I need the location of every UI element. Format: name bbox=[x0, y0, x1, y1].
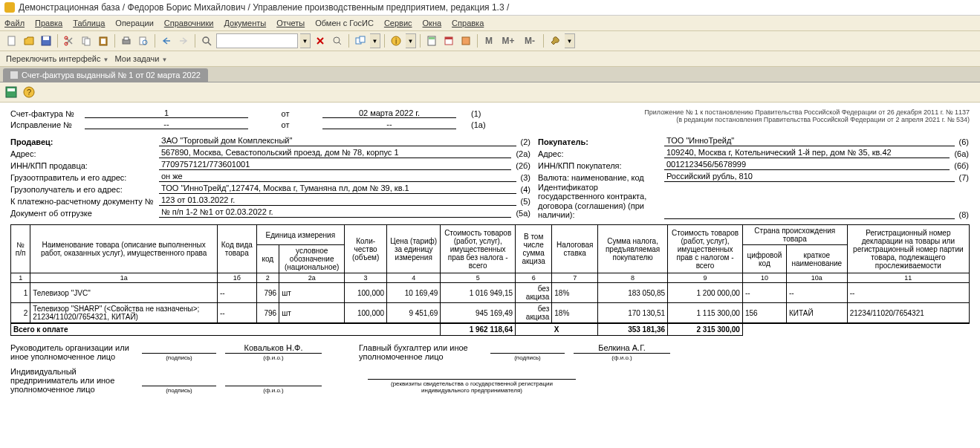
calendar-icon[interactable] bbox=[441, 33, 456, 48]
copy-icon[interactable] bbox=[79, 33, 94, 48]
svg-rect-29 bbox=[7, 88, 15, 91]
total-label: Всего к оплате bbox=[11, 323, 441, 336]
th-unit-code: код bbox=[256, 245, 279, 273]
clear-icon[interactable] bbox=[313, 33, 328, 48]
table-cell: 21234/11020/7654321 bbox=[847, 303, 969, 324]
table-cell: 18% bbox=[552, 303, 598, 324]
windows-dropdown-icon[interactable]: ▼ bbox=[370, 33, 380, 48]
menu-bar: Файл Правка Таблица Операции Справочники… bbox=[0, 16, 980, 31]
wrench-icon[interactable] bbox=[548, 33, 562, 48]
title-bar: Демонстрационная база / Федоров Борис Ми… bbox=[0, 0, 980, 16]
search-input[interactable] bbox=[216, 33, 298, 48]
th-colnum: 7 bbox=[552, 273, 598, 283]
find-next-icon[interactable] bbox=[330, 33, 345, 48]
document-tab-icon bbox=[10, 71, 18, 79]
table-cell: -- bbox=[847, 283, 969, 303]
menu-service[interactable]: Сервис bbox=[384, 19, 412, 27]
num-1a: (1а) bbox=[471, 120, 486, 129]
menu-gosis[interactable]: Обмен с ГосИС bbox=[315, 19, 374, 27]
search-dropdown-icon[interactable]: ▼ bbox=[300, 33, 311, 48]
info-num: (6) bbox=[959, 137, 969, 146]
redo-icon[interactable] bbox=[176, 33, 191, 48]
print-icon[interactable] bbox=[119, 33, 134, 48]
info-label: ИНН/КПП продавца: bbox=[10, 161, 159, 170]
info-label: Грузополучатель и его адрес: bbox=[10, 185, 159, 194]
calc-icon[interactable] bbox=[424, 33, 439, 48]
th-country-code: цифровой код bbox=[742, 245, 786, 273]
info-value: 0012123456/5678999 bbox=[664, 160, 950, 170]
th-unit-group: Единица измерения bbox=[256, 225, 345, 245]
head-sig-label: Руководитель организации или иное уполно… bbox=[10, 343, 133, 361]
new-icon[interactable] bbox=[4, 33, 19, 48]
document-tab[interactable]: Счет-фактура выданный № 1 от 02 марта 20… bbox=[3, 68, 208, 82]
windows-icon[interactable] bbox=[353, 33, 368, 48]
table-cell: без акциза bbox=[516, 283, 552, 303]
undo-icon[interactable] bbox=[159, 33, 174, 48]
th-reg: Регистрационный номер декларации на това… bbox=[847, 225, 969, 273]
document-content: Счет-фактура № 1 от 02 марта 2022 г. (1)… bbox=[0, 103, 980, 400]
my-tasks-link[interactable]: Мои задачи ▼ bbox=[115, 54, 168, 63]
items-table: № п/п Наименование товара (описание выпо… bbox=[10, 224, 970, 336]
table-cell: КИТАЙ bbox=[787, 303, 848, 324]
th-colnum: 2а bbox=[279, 273, 345, 283]
memory-mminus-button[interactable]: M- bbox=[520, 33, 539, 48]
menu-catalogs[interactable]: Справочники bbox=[164, 19, 214, 27]
paste-icon[interactable] bbox=[96, 33, 111, 48]
info-label: Адрес: bbox=[10, 149, 159, 158]
table-cell: 1 115 300,00 bbox=[668, 303, 743, 324]
ip-rekv-line bbox=[368, 369, 576, 380]
th-colnum: 4 bbox=[387, 273, 441, 283]
table-cell: 1 bbox=[11, 283, 30, 303]
info-num: (2б) bbox=[516, 161, 530, 170]
svg-point-17 bbox=[334, 37, 340, 43]
svg-rect-10 bbox=[124, 37, 129, 40]
menu-file[interactable]: Файл bbox=[4, 19, 25, 27]
tab-title: Счет-фактура выданный № 1 от 02 марта 20… bbox=[22, 71, 201, 79]
open-icon[interactable] bbox=[22, 33, 36, 48]
menu-table[interactable]: Таблица bbox=[73, 19, 105, 27]
save-icon[interactable] bbox=[39, 33, 53, 48]
total-with-tax: 2 315 300,00 bbox=[668, 323, 743, 336]
info-num: (7) bbox=[959, 173, 969, 182]
memory-mplus-button[interactable]: M+ bbox=[499, 33, 518, 48]
th-colnum: 2 bbox=[256, 273, 279, 283]
table-row[interactable]: 2Телевизор "SHARP" (<Свойства не назначе… bbox=[11, 303, 970, 324]
switch-interface-link[interactable]: Переключить интерфейс ▼ bbox=[6, 54, 109, 63]
preview-icon[interactable] bbox=[136, 33, 151, 48]
table-row[interactable]: 1Телевизор "JVC"--796шт100,00010 169,491… bbox=[11, 283, 970, 303]
tools-dropdown-icon[interactable]: ▼ bbox=[565, 33, 575, 48]
invoice-no-value: 1 bbox=[85, 108, 248, 118]
menu-documents[interactable]: Документы bbox=[224, 19, 266, 27]
invoice-date-value: 02 марта 2022 г. bbox=[322, 108, 456, 118]
info-value: он же bbox=[159, 172, 516, 182]
acc-sig-line bbox=[490, 343, 565, 354]
cut-icon[interactable] bbox=[62, 33, 77, 48]
tool-icon[interactable] bbox=[458, 33, 473, 48]
memory-m-button[interactable]: M bbox=[481, 33, 496, 48]
acc-name: Белкина А.Г. bbox=[574, 343, 670, 354]
table-cell: -- bbox=[787, 283, 848, 303]
appendix-text-2: (в редакции постановления Правительства … bbox=[644, 116, 970, 123]
info-icon[interactable]: i bbox=[389, 33, 403, 48]
menu-operations[interactable]: Операции bbox=[115, 19, 153, 27]
search-icon[interactable] bbox=[199, 33, 214, 48]
secondary-toolbar: Переключить интерфейс ▼ Мои задачи ▼ bbox=[0, 51, 980, 67]
menu-windows[interactable]: Окна bbox=[423, 19, 442, 27]
info-num: (5) bbox=[521, 197, 530, 206]
svg-rect-20 bbox=[360, 36, 365, 42]
app-logo-icon bbox=[4, 2, 15, 13]
th-qty: Коли-чество (объем) bbox=[345, 225, 387, 273]
info-value: 123 от 01.03.2022 г. bbox=[159, 195, 516, 206]
svg-text:?: ? bbox=[27, 88, 31, 97]
menu-help[interactable]: Справка bbox=[452, 19, 484, 27]
save-doc-icon[interactable] bbox=[4, 85, 18, 99]
menu-reports[interactable]: Отчеты bbox=[276, 19, 305, 27]
menu-edit[interactable]: Правка bbox=[35, 19, 62, 27]
info-value: 7709757121/773601001 bbox=[159, 160, 511, 170]
th-colnum: 1б bbox=[218, 273, 257, 283]
info-dropdown-icon[interactable]: ▼ bbox=[406, 33, 416, 48]
svg-point-13 bbox=[203, 37, 209, 43]
th-colnum: 8 bbox=[598, 273, 668, 283]
info-num: (2) bbox=[521, 137, 530, 146]
help-icon[interactable]: ? bbox=[22, 85, 36, 99]
